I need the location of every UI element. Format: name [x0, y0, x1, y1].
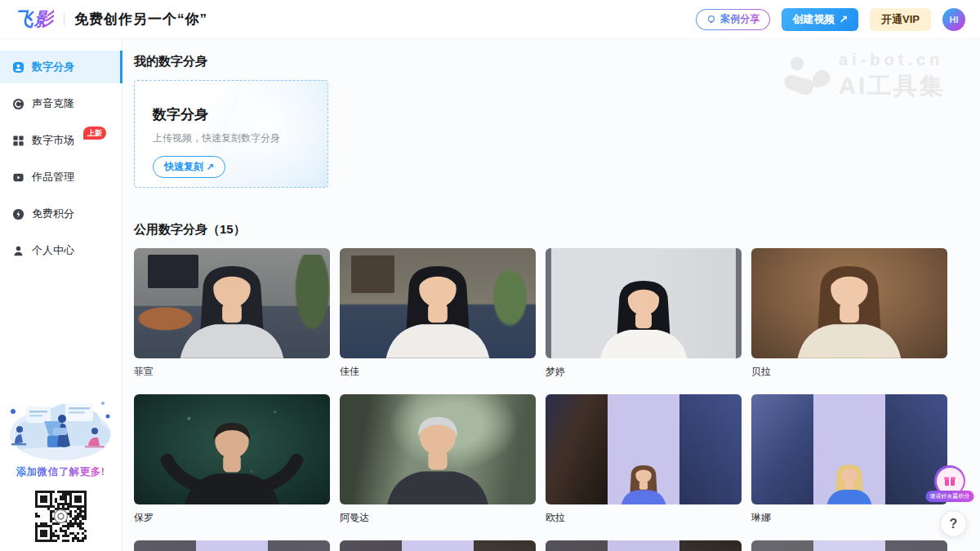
sidebar-item-digital-market[interactable]: 数字市场上新 — [0, 124, 122, 157]
avatar-card[interactable]: 梦婷 — [546, 248, 742, 376]
watermark-logo-icon — [783, 56, 831, 97]
video-works-icon — [12, 171, 24, 184]
avatar-thumbnail — [340, 540, 536, 551]
avatar-thumbnail — [340, 394, 536, 504]
avatar-card[interactable]: 阿曼达 — [340, 394, 536, 522]
avatar-card[interactable]: 欧拉 — [546, 394, 742, 522]
header: 飞影 免费创作另一个“你” 案例分享 创建视频 ↗ 开通VIP HI — [0, 0, 980, 39]
header-tagline: 免费创作另一个“你” — [74, 10, 207, 29]
sidebar-item-points[interactable]: 免费积分 — [0, 198, 122, 230]
wechat-promo-illustration — [2, 392, 119, 464]
avatar-card[interactable]: 保罗 — [134, 394, 330, 522]
case-share-label: 案例分享 — [720, 12, 760, 26]
avatar-name: 琳娜 — [751, 511, 947, 522]
sidebar: 数字分身声音克隆数字市场上新作品管理免费积分个人中心 添加 — [0, 39, 122, 551]
sidebar-item-works[interactable]: 作品管理 — [0, 161, 122, 193]
sidebar-item-label: 免费积分 — [32, 207, 74, 221]
sidebar-item-label: 个人中心 — [32, 243, 74, 258]
avatar-grid: 菲宣佳佳梦婷贝拉保罗阿曼达欧拉琳娜 — [134, 248, 957, 551]
case-share-button[interactable]: 案例分享 — [696, 9, 770, 30]
avatar-card[interactable]: 琳娜 — [751, 394, 947, 522]
avatar-card-partial[interactable] — [340, 540, 536, 551]
sidebar-item-label: 声音克隆 — [32, 96, 74, 111]
clone-card-title: 数字分身 — [153, 105, 327, 124]
sidebar-item-digital-avatar[interactable]: 数字分身 — [0, 51, 122, 83]
avatar-name: 贝拉 — [751, 365, 947, 376]
clone-upload-card[interactable]: 数字分身 上传视频，快速复刻数字分身 快速复刻 ↗ — [134, 80, 328, 188]
avatar-thumbnail — [751, 540, 947, 551]
header-divider — [64, 13, 65, 26]
watermark-line2: AI工具集 — [839, 70, 946, 103]
avatar-card-partial[interactable] — [751, 540, 947, 551]
create-video-button[interactable]: 创建视频 ↗ — [782, 8, 858, 31]
avatar-thumbnail — [134, 248, 330, 358]
sidebar-promo: 添加微信了解更多! — [0, 392, 121, 544]
market-grid-icon — [12, 135, 24, 147]
help-button[interactable]: ? — [940, 510, 967, 537]
my-avatars-title: 我的数字分身 — [134, 54, 207, 69]
person-icon — [12, 245, 24, 257]
sidebar-item-profile[interactable]: 个人中心 — [0, 234, 122, 267]
avatar-name: 佳佳 — [340, 365, 536, 376]
header-actions: 案例分享 创建视频 ↗ 开通VIP HI — [696, 8, 965, 31]
user-avatar[interactable]: HI — [942, 8, 965, 31]
new-badge: 上新 — [83, 127, 106, 140]
quick-clone-label: 快速复刻 — [164, 160, 203, 174]
avatar-card[interactable]: 佳佳 — [340, 248, 536, 376]
sidebar-item-label: 数字分身 — [32, 60, 74, 74]
arrow-up-right-icon: ↗ — [206, 162, 214, 173]
points-icon — [12, 208, 24, 220]
quick-clone-button[interactable]: 快速复刻 ↗ — [153, 156, 225, 178]
bulb-icon — [706, 15, 716, 24]
page-root: { "header": { "logo": "飞影", "tagline": "… — [0, 0, 980, 551]
avatar-name: 阿曼达 — [340, 511, 536, 522]
avatar-thumbnail — [340, 248, 536, 358]
watermark: ai-bot.cn AI工具集 — [783, 51, 946, 103]
avatar-card-partial[interactable] — [134, 540, 330, 551]
voice-clone-icon — [12, 98, 24, 110]
promo-text: 添加微信了解更多! — [16, 465, 105, 479]
main-content: ai-bot.cn AI工具集 我的数字分身 数字分身 上传视频，快速复刻数字分… — [122, 39, 980, 551]
avatar-name: 欧拉 — [546, 511, 742, 522]
avatar-thumbnail — [134, 540, 330, 551]
sidebar-item-label: 数字市场 — [32, 133, 74, 148]
avatar-thumbnail — [751, 248, 947, 358]
avatar-card[interactable]: 贝拉 — [751, 248, 947, 376]
avatar-thumbnail — [134, 394, 330, 504]
vip-label: 开通VIP — [881, 12, 920, 27]
avatar-card-partial[interactable] — [546, 540, 742, 551]
sidebar-nav: 数字分身声音克隆数字市场上新作品管理免费积分个人中心 — [0, 39, 122, 267]
create-video-label: 创建视频 — [792, 12, 835, 27]
digital-avatar-icon — [12, 61, 24, 73]
qr-code — [32, 487, 89, 544]
avatar-name: 保罗 — [134, 511, 330, 522]
app-logo: 飞影 — [15, 7, 54, 32]
watermark-text: ai-bot.cn AI工具集 — [839, 51, 946, 103]
avatar-thumbnail — [751, 394, 947, 504]
invite-banner-label: 邀请好友赢积分 — [926, 491, 974, 502]
vip-button[interactable]: 开通VIP — [870, 8, 931, 31]
avatar-thumbnail — [546, 248, 742, 358]
avatar-name: 梦婷 — [546, 365, 742, 376]
public-avatars-title: 公用数字分身（15） — [134, 222, 246, 238]
arrow-up-right-icon: ↗ — [839, 13, 848, 25]
sidebar-item-label: 作品管理 — [32, 170, 74, 184]
avatar-thumbnail — [546, 540, 742, 551]
clone-card-subtitle: 上传视频，快速复刻数字分身 — [153, 131, 327, 145]
avatar-name: 菲宣 — [134, 365, 330, 376]
sidebar-item-voice-clone[interactable]: 声音克隆 — [0, 87, 122, 120]
avatar-thumbnail — [546, 394, 742, 504]
watermark-line1: ai-bot.cn — [839, 51, 946, 69]
invite-badge[interactable]: 邀请好友赢积分 — [927, 465, 973, 504]
avatar-card[interactable]: 菲宣 — [134, 248, 330, 376]
